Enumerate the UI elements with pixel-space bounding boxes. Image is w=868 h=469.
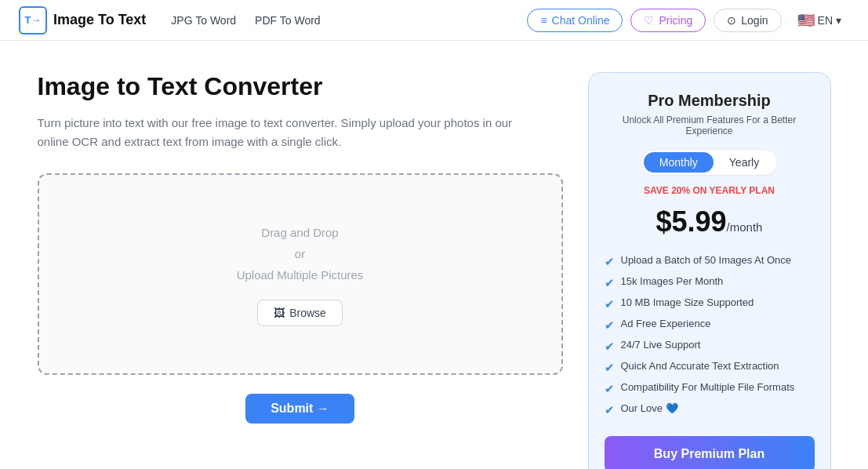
login-icon: ⊙ (727, 14, 736, 27)
toggle-monthly[interactable]: Monthly (644, 152, 714, 173)
price-amount: $5.99 (656, 205, 727, 238)
lang-label: EN (818, 14, 833, 27)
feature-text: Ad Free Experience (621, 318, 711, 329)
nav-left: T→ Image To Text JPG To Word PDF To Word (19, 6, 321, 35)
pro-card: Pro Membership Unlock All Premium Featur… (588, 72, 831, 469)
chat-button[interactable]: ≡ Chat Online (527, 9, 623, 32)
pricing-button[interactable]: ♡ Pricing (630, 9, 706, 32)
feature-item: ✔Ad Free Experience (605, 314, 815, 336)
page-description: Turn picture into text with our free ima… (38, 114, 524, 151)
login-button[interactable]: ⊙ Login (714, 9, 781, 32)
feature-text: Our Love 💙 (621, 402, 678, 414)
browse-button[interactable]: 🖼 Browse (257, 300, 343, 326)
dropzone-line3: Upload Multiple Pictures (237, 264, 364, 285)
feature-text: Compatibility For Multiple File Formats (621, 381, 795, 393)
check-icon: ✔ (605, 340, 615, 354)
nav-link-pdf[interactable]: PDF To Word (255, 14, 321, 27)
feature-item: ✔15k Images Per Month (605, 272, 815, 293)
left-content: Image to Text Converter Turn picture int… (38, 72, 563, 469)
logo[interactable]: T→ Image To Text (19, 6, 146, 35)
dropzone-text: Drag and Drop or Upload Multiple Picture… (237, 222, 364, 285)
chevron-down-icon: ▾ (836, 14, 841, 27)
heart-icon: ♡ (644, 14, 654, 27)
feature-text: 10 MB Image Size Supported (621, 296, 754, 308)
pro-card-subtitle: Unlock All Premium Features For a Better… (605, 115, 815, 136)
check-icon: ✔ (605, 276, 615, 290)
lang-button[interactable]: 🇺🇸 EN ▾ (790, 7, 849, 34)
check-icon: ✔ (605, 297, 615, 311)
drop-zone[interactable]: Drag and Drop or Upload Multiple Picture… (38, 173, 563, 375)
check-icon: ✔ (605, 382, 615, 396)
toggle-yearly[interactable]: Yearly (714, 152, 775, 173)
check-icon: ✔ (605, 318, 615, 333)
dropzone-line1: Drag and Drop (237, 222, 364, 243)
feature-text: 15k Images Per Month (621, 275, 724, 287)
submit-button[interactable]: Submit → (245, 394, 354, 424)
nav-right: ≡ Chat Online ♡ Pricing ⊙ Login 🇺🇸 EN ▾ (527, 7, 849, 34)
save-badge: SAVE 20% ON YEARLY PLAN (605, 185, 815, 196)
nav-link-jpg[interactable]: JPG To Word (171, 14, 236, 27)
feature-item: ✔Upload a Batch of 50 Images At Once (605, 251, 815, 272)
feature-text: 24/7 Live Support (621, 339, 701, 351)
chat-icon: ≡ (540, 14, 547, 27)
feature-item: ✔24/7 Live Support (605, 336, 815, 357)
browse-label: Browse (289, 307, 326, 319)
features-list: ✔Upload a Batch of 50 Images At Once✔15k… (605, 251, 815, 420)
dropzone-line2: or (237, 243, 364, 264)
check-icon: ✔ (605, 361, 615, 375)
check-icon: ✔ (605, 255, 615, 269)
feature-item: ✔Quick And Accurate Text Extraction (605, 357, 815, 378)
chat-label: Chat Online (552, 14, 610, 27)
logo-text: Image To Text (53, 12, 146, 28)
pro-card-title: Pro Membership (605, 92, 815, 110)
feature-text: Upload a Batch of 50 Images At Once (621, 254, 792, 266)
check-icon: ✔ (605, 403, 615, 417)
feature-text: Quick And Accurate Text Extraction (621, 360, 779, 372)
page-title: Image to Text Converter (38, 72, 563, 101)
price-period: /month (727, 220, 763, 234)
pricing-label: Pricing (659, 14, 692, 27)
main-container: Image to Text Converter Turn picture int… (19, 72, 850, 469)
billing-toggle: Monthly Yearly (641, 149, 778, 176)
submit-row: Submit → (38, 394, 563, 424)
flag-icon: 🇺🇸 (797, 12, 815, 29)
feature-item: ✔Our Love 💙 (605, 399, 815, 420)
logo-icon: T→ (19, 6, 47, 35)
browse-icon: 🖼 (274, 307, 285, 319)
feature-item: ✔Compatibility For Multiple File Formats (605, 378, 815, 399)
price-row: $5.99/month (605, 205, 815, 238)
login-label: Login (741, 14, 768, 27)
navbar: T→ Image To Text JPG To Word PDF To Word… (0, 0, 868, 41)
buy-button[interactable]: Buy Premium Plan (605, 436, 815, 469)
feature-item: ✔10 MB Image Size Supported (605, 293, 815, 314)
nav-links: JPG To Word PDF To Word (171, 14, 320, 27)
